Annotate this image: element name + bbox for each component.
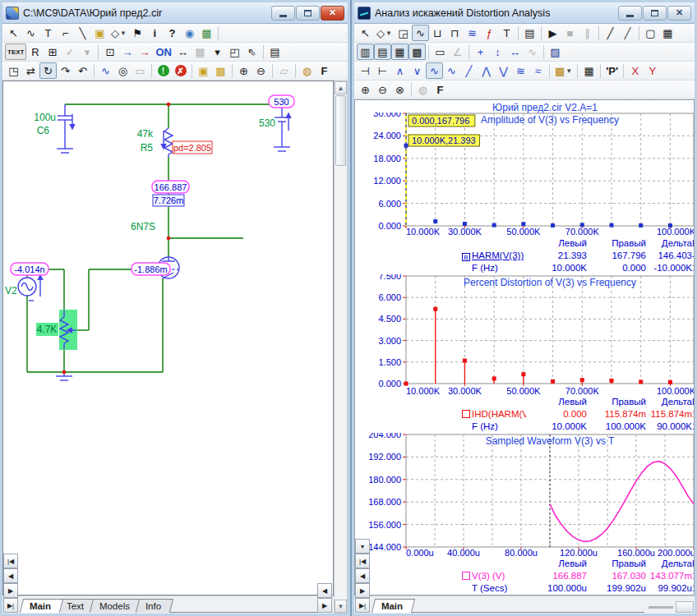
browser-tool[interactable]: ◉ <box>181 25 198 41</box>
pin-numbers-btn[interactable]: ⊞ <box>44 44 61 60</box>
valley-btn[interactable]: ∨ <box>409 62 426 79</box>
zoom-in-btn[interactable]: ⊕ <box>235 62 252 79</box>
maximize-button[interactable] <box>296 6 320 21</box>
data-grid-btn[interactable]: ▦ <box>659 25 676 41</box>
font-btn[interactable]: F <box>316 62 333 79</box>
properties-btn[interactable]: ▤ <box>266 44 284 60</box>
stacked-plots-btn[interactable]: ▤ <box>374 44 391 60</box>
line-point-btn[interactable]: ╱ <box>619 25 636 41</box>
folder-btn[interactable]: ▱ <box>275 62 293 79</box>
next-valley-btn[interactable]: ∿ <box>443 62 460 79</box>
find-wave-btn[interactable]: ∿ <box>97 62 114 79</box>
text-tool[interactable]: T <box>39 25 57 41</box>
distortion-chart[interactable]: 7.5006.0004.5003.0001.5000.00010.000K30.… <box>355 274 694 396</box>
global-low-btn[interactable]: ⋁ <box>495 62 512 79</box>
shape-tool[interactable]: ◇▼ <box>108 25 129 41</box>
scroll-up-button[interactable]: ▲ <box>335 81 347 94</box>
battery-value-label[interactable]: 530 <box>259 117 275 129</box>
error-btn[interactable]: ✗ <box>172 62 189 79</box>
vip-btn[interactable]: ✓ <box>61 44 78 60</box>
zoom-out-btn[interactable]: ⊖ <box>374 81 391 98</box>
color-btn[interactable]: ◍ <box>414 81 432 98</box>
grid-plots-btn[interactable]: ▦ <box>391 44 409 60</box>
power-label[interactable]: pd=2.805 <box>173 141 212 154</box>
component-tool[interactable]: ▣ <box>91 25 108 41</box>
conditions-btn[interactable]: ON <box>153 44 174 60</box>
battery-530[interactable] <box>274 108 291 151</box>
border-btn[interactable]: ◰ <box>226 44 243 60</box>
plot-page[interactable]: Юрий пред2.cir V2.A=1 30.00024.00018.000… <box>354 99 695 595</box>
nav-button[interactable]: |◀ <box>355 554 370 568</box>
tag-curve-btn[interactable]: ∿ <box>524 44 541 60</box>
rotate-ccw-btn[interactable]: ↶ <box>74 62 91 79</box>
nav-button[interactable]: ▶ <box>355 583 370 598</box>
tracker-btn[interactable]: ≋ <box>464 25 481 41</box>
vip-dropdown[interactable]: ▾ <box>78 44 95 60</box>
tag-vertical-btn[interactable]: ↕ <box>489 44 506 60</box>
formula-btn[interactable]: ƒ <box>481 25 498 41</box>
schematic-titlebar[interactable]: C:\MC9\DATA\Юрий пред2.cir ✕ <box>2 2 348 24</box>
select-tool[interactable]: ↖ <box>5 25 22 41</box>
line-btn[interactable]: ╱ <box>602 25 619 41</box>
resistor-r5[interactable] <box>161 128 173 157</box>
amplitude-chart[interactable]: 30.00024.00018.00012.0006.0000.00010.000… <box>355 113 694 237</box>
x-scale-btn[interactable]: X <box>626 62 644 79</box>
flag-tool[interactable]: ⚑ <box>129 25 146 41</box>
properties-btn[interactable]: ▤ <box>521 25 538 41</box>
animate-btn[interactable]: ▩▼ <box>552 62 575 79</box>
wire-mode-tool[interactable]: ∿ <box>22 25 39 41</box>
tab-info[interactable]: Info <box>136 599 173 613</box>
select-region-btn[interactable]: ▢ <box>642 25 659 41</box>
flip-h-btn[interactable]: ⇄ <box>22 62 39 79</box>
schematic-vertical-scrollbar[interactable]: ▲ ▼ <box>334 80 348 614</box>
currents-btn[interactable]: → <box>136 44 153 60</box>
horizontal-tag-btn[interactable]: ⊔ <box>429 25 446 41</box>
bottom-btn[interactable]: ≋ <box>512 62 529 79</box>
res-ref-label[interactable]: R5 <box>141 142 154 154</box>
node-label-530[interactable]: 530 <box>269 95 294 108</box>
scale-mode-btn[interactable]: ◲ <box>395 25 412 41</box>
cap-value-label[interactable]: 100u <box>34 112 56 123</box>
text-tool[interactable]: T <box>498 25 515 41</box>
nav-button[interactable]: ▶| <box>355 598 370 613</box>
performance-btn[interactable]: 'P' <box>603 62 621 79</box>
rotate-btn[interactable]: ↻ <box>39 62 57 79</box>
line-tool[interactable]: ╲ <box>74 25 91 41</box>
node-numbers-btn[interactable]: ⊡ <box>101 44 118 60</box>
one-plot-btn[interactable]: ▥ <box>357 44 374 60</box>
node-label-grid[interactable]: -1.886m <box>132 263 170 275</box>
nav-button[interactable]: ▶| <box>3 598 18 613</box>
hscroll-thumb[interactable] <box>676 601 694 613</box>
tube-ref-label[interactable]: 6N7S <box>131 221 155 232</box>
cap-ref-label[interactable]: C6 <box>37 125 50 136</box>
nav-button[interactable]: ▶ <box>317 598 332 613</box>
minimize-button[interactable] <box>271 6 295 21</box>
nav-button[interactable]: |◀ <box>3 554 18 568</box>
pot-value-label[interactable]: 4.7K <box>37 324 58 335</box>
rubberband-btn[interactable]: R <box>26 44 44 60</box>
node-label-input[interactable]: -4.014n <box>11 263 48 275</box>
node-voltages-btn[interactable]: → <box>118 44 136 60</box>
plot-horizontal-scrollbar[interactable] <box>646 601 694 613</box>
inflection-btn[interactable]: ╱ <box>460 62 478 79</box>
y-scale-btn[interactable]: Y <box>644 62 661 79</box>
help-mode-tool[interactable]: ? <box>164 25 181 41</box>
ortho-wire-tool[interactable]: ⌐ <box>57 25 74 41</box>
minimize-button[interactable] <box>618 6 642 21</box>
dot-grid-btn[interactable]: ▩ <box>409 44 426 60</box>
info-mode-tool[interactable]: i <box>146 25 164 41</box>
maximize-button[interactable] <box>643 6 667 21</box>
grid-dropdown[interactable]: ▾ <box>209 44 226 60</box>
short-btn[interactable]: ↔ <box>174 44 192 60</box>
close-button[interactable]: ✕ <box>321 6 344 21</box>
source-ref-label[interactable]: V2 <box>5 285 17 297</box>
cursor-mode-btn[interactable]: ∿ <box>412 25 429 41</box>
to-back-btn[interactable]: ▩ <box>212 62 229 79</box>
run-btn[interactable]: ▶ <box>544 25 561 41</box>
box-btn[interactable]: ▭ <box>432 44 449 60</box>
rotate-cw-btn[interactable]: ↷ <box>57 62 74 79</box>
vertical-tag-btn[interactable]: ⊓ <box>446 25 464 41</box>
color-btn[interactable]: ◍ <box>298 62 316 79</box>
waveform-chart[interactable]: 204.000192.000180.000168.000156.000144.0… <box>355 433 694 558</box>
nav-button[interactable]: ◀ <box>317 583 332 598</box>
